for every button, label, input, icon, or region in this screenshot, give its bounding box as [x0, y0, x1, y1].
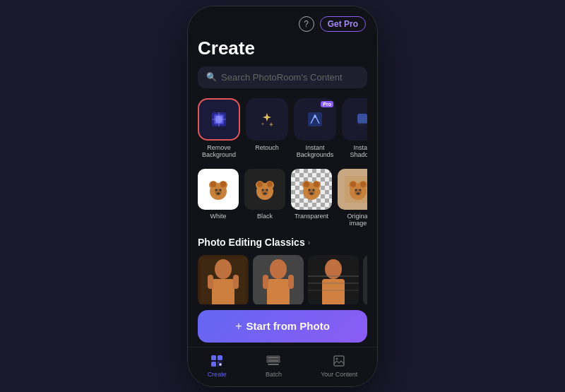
- svg-point-7: [358, 123, 367, 126]
- svg-point-40: [360, 182, 366, 187]
- svg-point-39: [350, 182, 356, 187]
- search-icon: 🔍: [206, 72, 217, 82]
- search-placeholder: Search PhotoRoom's Content: [221, 72, 343, 83]
- bg-label-transparent: Transparent: [295, 213, 328, 220]
- svg-rect-65: [211, 355, 216, 360]
- help-icon[interactable]: ?: [299, 16, 314, 32]
- bg-options-row: White: [198, 169, 367, 227]
- photo-card-extra[interactable]: L: [363, 255, 367, 304]
- pro-badge-instant-bg: Pro: [321, 101, 333, 107]
- photo-card-color-splash[interactable]: Color splash: [253, 255, 304, 304]
- screen: ? Get Pro Create 🔍 Search PhotoRoom's Co…: [188, 6, 377, 386]
- photo-thumb-blur: [198, 255, 249, 304]
- bg-option-white[interactable]: White: [198, 169, 239, 227]
- svg-point-32: [309, 189, 311, 191]
- svg-rect-67: [211, 362, 216, 367]
- tool-label-retouch: Retouch: [255, 144, 279, 152]
- photo-editing-section-header[interactable]: Photo Editing Classics ›: [198, 237, 367, 248]
- svg-point-14: [215, 189, 218, 191]
- nav-label-batch: Batch: [266, 371, 282, 378]
- search-bar[interactable]: 🔍 Search PhotoRoom's Content: [198, 66, 367, 88]
- nav-icon-batch: [266, 353, 281, 369]
- svg-point-30: [314, 182, 319, 187]
- bg-option-transparent[interactable]: Transparent: [291, 169, 332, 227]
- tool-label-remove-bg: Remove Background: [198, 144, 240, 160]
- nav-label-your-content: Your Content: [321, 371, 357, 378]
- svg-point-43: [359, 189, 362, 191]
- svg-point-11: [210, 182, 216, 187]
- photo-editing-row: Blur Color splash: [198, 255, 367, 304]
- tool-label-instant-bg: Instant Backgrounds: [294, 144, 336, 160]
- svg-point-73: [336, 357, 338, 360]
- svg-point-24: [266, 189, 268, 191]
- bg-option-original[interactable]: Original image: [338, 169, 367, 227]
- svg-point-25: [263, 193, 267, 195]
- svg-point-16: [217, 193, 220, 195]
- bottom-nav: Create Batch: [188, 347, 377, 386]
- tool-icon-retouch: [246, 98, 288, 141]
- header: ? Get Pro: [188, 6, 377, 35]
- start-btn-container: + Start from Photo: [188, 304, 377, 347]
- svg-point-20: [257, 182, 263, 187]
- bg-thumb-black: [244, 169, 285, 210]
- photo-editing-title: Photo Editing Classics: [198, 237, 305, 248]
- tool-icon-instant-shadows: Pro: [342, 98, 367, 141]
- nav-label-create: Create: [208, 371, 227, 378]
- svg-point-42: [355, 189, 357, 191]
- nav-item-batch[interactable]: Batch: [266, 353, 282, 378]
- svg-point-12: [220, 182, 226, 187]
- tool-remove-bg[interactable]: Remove Background: [198, 98, 240, 160]
- svg-rect-72: [334, 356, 344, 366]
- nav-icon-create: [209, 353, 225, 369]
- svg-point-15: [220, 189, 222, 191]
- bg-thumb-white: [198, 169, 239, 210]
- nav-item-your-content[interactable]: Your Content: [321, 353, 357, 378]
- photo-editing-chevron: ›: [308, 238, 311, 247]
- tool-retouch[interactable]: Retouch: [246, 98, 288, 160]
- photo-card-blur[interactable]: Blur: [198, 255, 249, 304]
- svg-point-23: [262, 189, 264, 191]
- plus-icon: +: [235, 320, 242, 333]
- photo-thumb-motion: [308, 255, 359, 304]
- tool-instant-shadows[interactable]: Pro Instant Shadows: [342, 98, 367, 160]
- bg-label-white: White: [210, 213, 226, 220]
- bg-label-original: Original image: [338, 213, 367, 227]
- tool-icon-instant-bg: Pro: [294, 98, 336, 141]
- svg-point-29: [304, 182, 309, 187]
- bg-label-black: Black: [257, 213, 273, 220]
- bg-thumb-original: [338, 169, 367, 210]
- tools-row: Remove Background Retouch Pro: [198, 98, 367, 160]
- bg-option-black[interactable]: Black: [244, 169, 285, 227]
- phone-frame: ? Get Pro Create 🔍 Search PhotoRoom's Co…: [187, 6, 378, 387]
- start-from-photo-button[interactable]: + Start from Photo: [198, 310, 367, 343]
- get-pro-button[interactable]: Get Pro: [320, 16, 366, 32]
- svg-point-52: [270, 259, 287, 279]
- svg-rect-55: [288, 275, 294, 289]
- svg-rect-54: [263, 275, 268, 289]
- svg-point-4: [314, 115, 316, 118]
- bg-thumb-transparent: [291, 169, 332, 210]
- main-content: Create 🔍 Search PhotoRoom's Content: [188, 35, 377, 304]
- start-btn-label: Start from Photo: [246, 320, 330, 332]
- svg-point-34: [310, 193, 314, 195]
- tool-label-instant-shadows: Instant Shadows: [342, 144, 367, 160]
- tool-instant-bg[interactable]: Pro Instant Backgrounds: [294, 98, 336, 160]
- svg-point-33: [313, 189, 315, 191]
- photo-card-motion[interactable]: Motion: [308, 255, 359, 304]
- photo-thumb-color-splash: [253, 255, 304, 304]
- svg-rect-53: [267, 279, 290, 304]
- tool-icon-remove-bg: [198, 98, 240, 141]
- svg-rect-66: [218, 355, 222, 360]
- svg-rect-50: [198, 255, 249, 304]
- svg-point-21: [267, 182, 273, 187]
- svg-point-44: [357, 193, 360, 195]
- nav-item-create[interactable]: Create: [208, 353, 227, 378]
- page-title: Create: [198, 37, 367, 59]
- nav-icon-your-content: [331, 353, 347, 369]
- svg-rect-62: [363, 255, 367, 304]
- photo-thumb-extra: [363, 255, 367, 304]
